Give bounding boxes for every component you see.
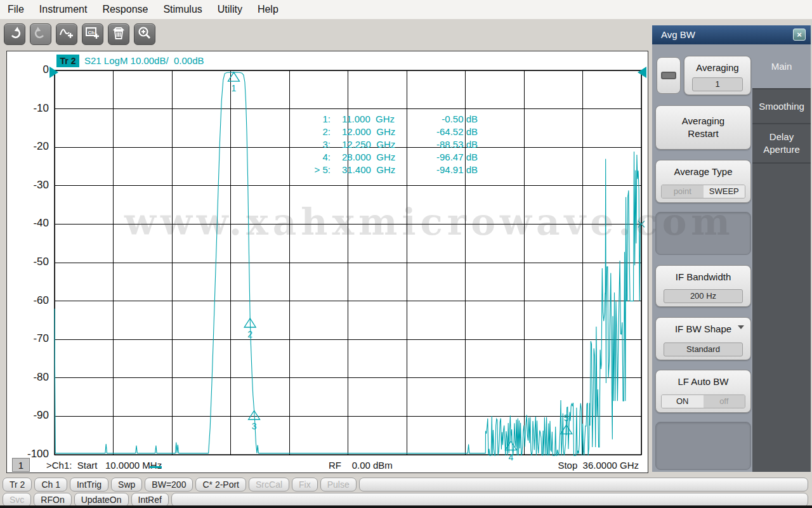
averaging-label: Averaging bbox=[684, 62, 750, 74]
marker-row-2: 2:12.000 GHz-64.52 dB bbox=[305, 126, 478, 138]
marker-4-value: -96.47 dB bbox=[417, 151, 478, 164]
if-bw-shape-value-field[interactable]: Standard bbox=[664, 342, 743, 356]
status-inttrig-button[interactable]: IntTrig bbox=[70, 478, 108, 492]
bottom-divider bbox=[0, 505, 812, 508]
averaging-led-toggle[interactable] bbox=[657, 57, 681, 94]
status-bw-button[interactable]: BW=200 bbox=[145, 478, 193, 492]
svg-text:3: 3 bbox=[252, 421, 257, 431]
start-frequency-label: >Ch1: Start 10.0000 MHz bbox=[46, 460, 162, 471]
status-pulse-button[interactable]: Pulse bbox=[320, 478, 357, 492]
marker-row-3: 3:12.250 GHz-88.53 dB bbox=[305, 138, 478, 151]
menu-bar: File Instrument Response Stimulus Utilit… bbox=[0, 0, 812, 19]
delete-icon bbox=[112, 26, 126, 42]
status-tr2-button[interactable]: Tr 2 bbox=[3, 478, 32, 492]
rf-power-label: RF 0.00 dBm bbox=[329, 460, 393, 471]
svg-text:5: 5 bbox=[564, 413, 569, 423]
average-type-label: Average Type bbox=[656, 166, 750, 178]
average-type-button[interactable]: Average Type point SWEEP bbox=[655, 160, 751, 203]
status-bar-row1: Tr 2 Ch 1 IntTrig Swp BW=200 C* 2-Port S… bbox=[0, 477, 812, 492]
average-type-sweep-option[interactable]: SWEEP bbox=[704, 185, 745, 198]
panel-title: Avg BW bbox=[652, 25, 811, 44]
lf-auto-bw-button[interactable]: LF Auto BW ON off bbox=[655, 370, 751, 413]
close-icon[interactable]: × bbox=[793, 29, 806, 41]
menu-stimulus[interactable]: Stimulus bbox=[163, 4, 202, 15]
if-bw-shape-button[interactable]: IF BW Shape Standard bbox=[655, 317, 751, 360]
undo-button[interactable] bbox=[4, 23, 25, 45]
menu-utility[interactable]: Utility bbox=[218, 4, 242, 15]
marker-1-freq: 11.000 GHz bbox=[342, 113, 413, 126]
marker-3-value: -88.53 dB bbox=[417, 138, 478, 151]
chevron-down-icon bbox=[738, 325, 744, 329]
status-rfon-button[interactable]: RFOn bbox=[34, 493, 71, 507]
marker-4-freq: 28.000 GHz bbox=[342, 151, 413, 164]
tab-main[interactable]: Main bbox=[752, 44, 811, 89]
led-indicator-icon bbox=[661, 72, 676, 79]
marker-1-num: 1: bbox=[305, 113, 331, 126]
averaging-restart-button[interactable]: Averaging Restart bbox=[655, 105, 751, 150]
status-fix-button[interactable]: Fix bbox=[292, 478, 318, 492]
average-type-point-option[interactable]: point bbox=[662, 185, 704, 198]
if-bw-shape-label: IF BW Shape bbox=[656, 323, 750, 335]
lf-auto-bw-label: LF Auto BW bbox=[656, 375, 750, 388]
y-tick-label: -80 bbox=[13, 371, 49, 385]
averaging-button[interactable]: Averaging 1 bbox=[684, 56, 751, 95]
if-bandwidth-value-field[interactable]: 200 Hz bbox=[664, 289, 743, 303]
status-ch1-button[interactable]: Ch 1 bbox=[34, 478, 67, 492]
marker-1-value: -0.50 dB bbox=[417, 113, 478, 126]
lf-auto-bw-on-option[interactable]: ON bbox=[662, 395, 704, 408]
marker-2-num: 2: bbox=[305, 126, 331, 138]
marker-3-num: 3: bbox=[305, 138, 331, 151]
y-tick-label: -10 bbox=[13, 102, 49, 116]
marker-5-num: > 5: bbox=[305, 164, 331, 176]
add-channel-button[interactable]: Ch bbox=[82, 23, 103, 45]
y-tick-label: -70 bbox=[13, 332, 49, 346]
zoom-button[interactable] bbox=[134, 23, 155, 45]
marker-3-freq: 12.250 GHz bbox=[342, 138, 413, 151]
y-tick-label: -30 bbox=[13, 179, 49, 193]
delete-button[interactable] bbox=[108, 23, 129, 45]
redo-button[interactable] bbox=[30, 23, 51, 45]
status-svc-button[interactable]: Svc bbox=[3, 493, 31, 507]
status-intref-button[interactable]: IntRef bbox=[131, 493, 169, 507]
svg-text:4: 4 bbox=[508, 452, 513, 462]
average-type-toggle[interactable]: point SWEEP bbox=[661, 185, 745, 199]
stop-frequency-label: Stop 36.0000 GHz bbox=[558, 460, 639, 471]
tab-smoothing[interactable]: Smoothing bbox=[752, 89, 811, 124]
status-cal-button[interactable]: C* 2-Port bbox=[195, 478, 246, 492]
y-tick-label: -40 bbox=[13, 217, 49, 231]
y-tick-label: 0 bbox=[13, 63, 49, 77]
status-row2-spacer bbox=[171, 493, 808, 507]
if-bandwidth-button[interactable]: IF Bandwidth 200 Hz bbox=[655, 265, 751, 307]
menu-file[interactable]: File bbox=[8, 4, 24, 15]
menu-instrument[interactable]: Instrument bbox=[39, 4, 88, 15]
marker-4-num: 4: bbox=[305, 151, 331, 164]
marker-5-value: -94.91 dB bbox=[417, 164, 478, 176]
status-swp-button[interactable]: Swp bbox=[111, 478, 142, 492]
averaging-restart-label: Averaging Restart bbox=[672, 115, 735, 140]
y-tick-label: -20 bbox=[13, 140, 49, 154]
lf-auto-bw-toggle[interactable]: ON off bbox=[661, 394, 745, 408]
add-trace-button[interactable] bbox=[56, 23, 77, 45]
svg-text:1: 1 bbox=[232, 83, 237, 93]
menu-help[interactable]: Help bbox=[258, 4, 278, 15]
svg-text:Ch: Ch bbox=[88, 30, 95, 36]
tab-delay-aperture[interactable]: Delay Aperture bbox=[752, 124, 811, 164]
panel-tabs: Main Smoothing Delay Aperture bbox=[752, 44, 811, 472]
add-trace-icon bbox=[59, 25, 74, 43]
redo-icon bbox=[34, 26, 48, 42]
menu-response[interactable]: Response bbox=[102, 4, 148, 15]
svg-text:2: 2 bbox=[247, 329, 252, 339]
status-srccal-button[interactable]: SrcCal bbox=[249, 478, 289, 492]
status-row1-spacer bbox=[359, 478, 808, 492]
averaging-value-field[interactable]: 1 bbox=[692, 77, 743, 91]
status-updateon-button[interactable]: UpdateOn bbox=[74, 493, 129, 507]
trace-badge[interactable]: Tr 2 bbox=[56, 55, 79, 67]
marker-row-1: 1:11.000 GHz-0.50 dB bbox=[305, 113, 478, 126]
if-bandwidth-label: IF Bandwidth bbox=[656, 271, 750, 283]
y-tick-label: -60 bbox=[13, 294, 49, 308]
marker-5-freq: 31.400 GHz bbox=[342, 164, 413, 176]
trace-header-label: S21 LogM 10.00dB/ 0.00dB bbox=[84, 55, 204, 66]
y-tick-label: -90 bbox=[13, 409, 49, 423]
channel-number-badge[interactable]: 1 bbox=[12, 458, 30, 472]
lf-auto-bw-off-option[interactable]: off bbox=[704, 395, 745, 408]
